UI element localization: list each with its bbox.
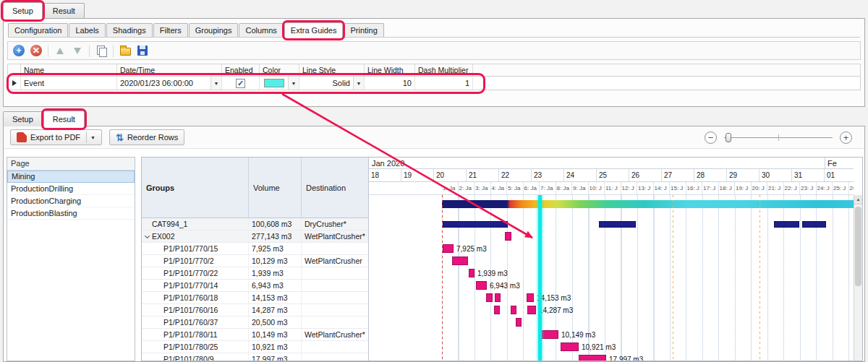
scroll-up-button[interactable]: ▲ <box>854 195 862 204</box>
gantt-bar[interactable] <box>541 330 558 339</box>
col-header-volume[interactable]: Volume <box>249 158 302 217</box>
gantt-row-p1-p101-770-14[interactable]: P1/P101/770/146,943 m3 <box>142 280 368 292</box>
open-button[interactable] <box>118 43 132 58</box>
gantt-row-p1-p101-780-25[interactable]: P1/P101/780/2510,921 m3 <box>142 341 368 353</box>
gantt-bar[interactable] <box>495 293 501 302</box>
gantt-bar[interactable] <box>469 269 475 277</box>
zoom-slider[interactable] <box>724 132 833 144</box>
color-dropdown-button[interactable]: ▼ <box>288 77 299 90</box>
gantt-row-p1-p101-770-15[interactable]: P1/P101/770/157,925 m3 <box>142 243 368 255</box>
guide-datetime-cell[interactable]: 2020/01/23 06:00:00 ▼ <box>117 77 222 90</box>
gantt-bar[interactable] <box>579 355 606 361</box>
col-header-line-style[interactable]: Line Style <box>299 64 365 76</box>
page-item-mining[interactable]: Mining <box>7 171 135 183</box>
gantt-bar[interactable] <box>452 257 468 265</box>
gantt-row-cat994-1[interactable]: CAT994_1100,608 m3DryCrusher* <box>142 218 368 230</box>
export-pdf-button[interactable]: Export to PDF ▼ <box>10 129 102 145</box>
subtab-filters[interactable]: Filters <box>153 23 188 37</box>
col-header-filler <box>473 64 860 76</box>
gantt-bar[interactable] <box>476 281 487 290</box>
col-header-dash-multiplier[interactable]: Dash Multiplier <box>415 64 473 76</box>
gantt-bar[interactable] <box>494 306 500 314</box>
gantt-bar[interactable] <box>486 293 493 302</box>
gantt-bar[interactable] <box>802 221 826 228</box>
gantt-bar[interactable] <box>443 221 508 228</box>
tab-result[interactable]: Result <box>43 111 85 127</box>
subtab-printing[interactable]: Printing <box>344 23 383 37</box>
subtab-extra-guides[interactable]: Extra Guides <box>284 22 344 38</box>
gantt-row-volume-cell: 10,921 m3 <box>249 341 302 353</box>
gantt-bar[interactable] <box>599 221 636 228</box>
gantt-bar[interactable] <box>527 306 536 314</box>
subtab-labels[interactable]: Labels <box>69 23 105 37</box>
guide-name-cell[interactable]: Event <box>21 77 117 90</box>
copy-icon <box>97 46 106 56</box>
scrollbar-thumb[interactable] <box>855 207 861 286</box>
gantt-row-ex002[interactable]: EX002277,143 m3WetPlantCrusher* <box>142 230 368 243</box>
zoom-out-button[interactable]: − <box>705 132 717 144</box>
col-header-destination[interactable]: Destination <box>302 158 368 217</box>
datetime-dropdown-button[interactable]: ▼ <box>210 77 221 90</box>
gantt-row-p1-p101-780-9[interactable]: P1/P101/780/917,997 m3 <box>142 353 368 361</box>
gantt-row-p1-p101-780-11[interactable]: P1/P101/780/1110,149 m3WetPlantCrusher* <box>142 329 368 341</box>
guide-line-style-cell[interactable]: Solid ▼ <box>299 77 365 90</box>
line-style-dropdown-button[interactable]: ▼ <box>353 77 364 90</box>
day-cell: 22 <box>499 169 532 181</box>
gantt-bar[interactable] <box>505 232 511 241</box>
collapse-chevron-icon[interactable] <box>145 233 150 238</box>
zoom-slider-thumb[interactable] <box>726 133 731 142</box>
save-button[interactable] <box>135 43 150 58</box>
gantt-bar[interactable] <box>774 221 799 228</box>
gantt-row-p1-p101-760-18[interactable]: P1/P101/760/1814,153 m3 <box>142 292 368 304</box>
gantt-row-p1-p101-770-2[interactable]: P1/P101/770/210,129 m3WetPlantCrusher <box>142 255 368 267</box>
delete-guide-button[interactable]: ✕ <box>29 43 43 58</box>
reorder-rows-button[interactable]: ⇅ Reorder Rows <box>109 129 184 145</box>
subtab-shadings[interactable]: Shadings <box>106 23 153 37</box>
page-item-productiondrilling[interactable]: ProductionDrilling <box>7 183 135 195</box>
gantt-bar[interactable] <box>511 306 516 314</box>
timeline-month-row: Jan 2020Fe <box>369 158 854 169</box>
gantt-vertical-scrollbar[interactable]: ▲ <box>854 195 862 361</box>
copy-button[interactable] <box>94 43 109 58</box>
gantt-row-p1-p101-760-37[interactable]: P1/P101/760/3720,500 m3 <box>142 316 368 329</box>
gantt-row-name: P1/P101/770/2 <box>163 257 213 265</box>
page-item-productionblasting[interactable]: ProductionBlasting <box>7 207 135 220</box>
color-swatch[interactable] <box>264 79 284 87</box>
col-header-datetime[interactable]: Date/Time <box>117 64 222 76</box>
tab-result[interactable]: Result <box>43 3 85 18</box>
zoom-in-button[interactable]: + <box>840 132 852 144</box>
col-header-color[interactable]: Color <box>260 64 299 76</box>
page-panel: Page MiningProductionDrillingProductionC… <box>7 157 135 361</box>
enabled-checkbox[interactable]: ✓ <box>236 79 245 88</box>
guide-line-width-cell[interactable]: 10 <box>365 77 415 90</box>
gantt-row-name-cell: P1/P101/760/37 <box>142 316 249 328</box>
move-up-button[interactable] <box>53 43 67 58</box>
gantt-row-p1-p101-770-22[interactable]: P1/P101/770/221,939 m3 <box>142 267 368 280</box>
page-item-productioncharging[interactable]: ProductionCharging <box>7 195 135 207</box>
tab-setup[interactable]: Setup <box>3 2 43 19</box>
extra-guide-row[interactable]: Event 2020/01/23 06:00:00 ▼ ✓ ▼ Solid <box>7 76 861 90</box>
gantt-row-p1-p101-760-16[interactable]: P1/P101/760/1614,287 m3 <box>142 304 368 316</box>
col-header-line-width[interactable]: Line Width <box>365 64 415 76</box>
subtab-configuration[interactable]: Configuration <box>8 23 68 37</box>
setup-subtabs: ConfigurationLabelsShadingsFiltersGroupi… <box>8 22 860 38</box>
subtab-groupings[interactable]: Groupings <box>189 23 239 37</box>
tab-setup[interactable]: Setup <box>3 111 43 126</box>
gantt-bar[interactable] <box>443 244 454 253</box>
gantt-bar[interactable] <box>561 342 579 351</box>
gantt-row-name-cell: EX002 <box>142 230 249 242</box>
gantt-row-destination-cell <box>302 280 368 291</box>
timeline-gradient-strip <box>442 200 854 208</box>
guide-color-cell[interactable]: ▼ <box>260 77 299 90</box>
add-guide-button[interactable]: + <box>12 43 26 58</box>
export-dropdown-icon[interactable]: ▼ <box>90 135 95 140</box>
gantt-bar[interactable] <box>516 318 522 327</box>
col-header-groups[interactable]: Groups <box>142 158 249 217</box>
page-panel-header: Page <box>7 158 135 171</box>
move-down-button[interactable] <box>70 43 85 58</box>
col-header-name[interactable]: Name <box>21 64 117 76</box>
gantt-bar[interactable] <box>527 293 534 302</box>
guide-dash-multiplier-cell[interactable]: 1 <box>415 77 473 90</box>
subtab-columns[interactable]: Columns <box>239 23 283 37</box>
col-header-enabled[interactable]: Enabled <box>222 64 260 76</box>
